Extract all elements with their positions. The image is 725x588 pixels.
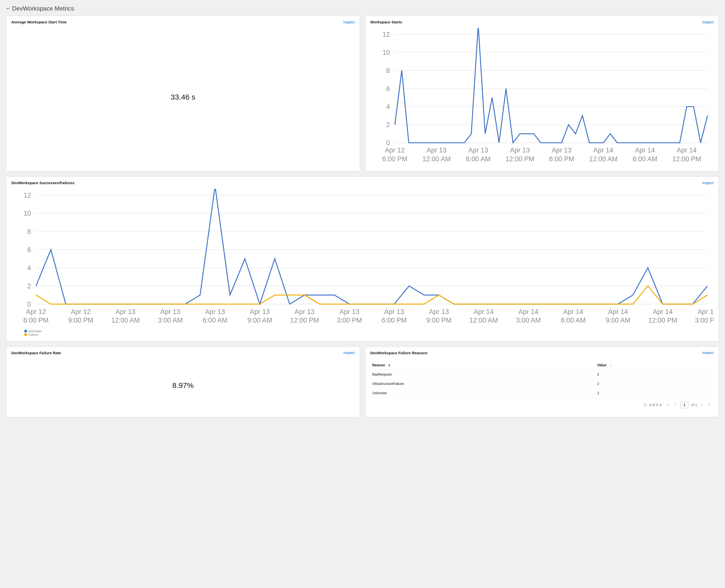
svg-text:3:00 PM: 3:00 PM [337,316,362,324]
cell-value: 2 [595,379,714,388]
svg-text:Apr 14: Apr 14 [653,308,673,316]
svg-text:3:00 PM: 3:00 PM [695,316,714,324]
svg-text:6:00 AM: 6:00 AM [632,155,657,163]
legend-item-successes[interactable]: Successes [24,330,714,333]
workspace-starts-chart[interactable]: 024681012Apr 126:00 PMApr 1312:00 AMApr … [370,28,714,166]
dashboard-row-2: DevWorkspace Successes/Failures Inspect … [6,176,719,341]
avg-start-time-value: 33.46 s [171,93,195,101]
cell-reason: InfrastructureFailure [370,379,595,388]
svg-text:Apr 14: Apr 14 [593,146,613,154]
svg-text:4: 4 [27,264,31,272]
svg-text:Apr 13: Apr 13 [250,308,269,316]
legend-swatch [24,333,27,336]
panel-successes-failures: DevWorkspace Successes/Failures Inspect … [6,176,719,341]
table-row[interactable]: InfrastructureFailure2 [370,379,714,388]
svg-text:9:00 PM: 9:00 PM [426,316,451,324]
pager-prev-button[interactable] [673,402,678,407]
legend-swatch [24,330,27,332]
svg-text:10: 10 [23,210,31,217]
inspect-link[interactable]: Inspect [343,351,355,355]
svg-text:Apr 13: Apr 13 [384,308,404,316]
svg-text:Apr 14: Apr 14 [519,308,539,316]
svg-text:9:00 AM: 9:00 AM [605,316,630,324]
pager-next-button[interactable] [700,402,704,407]
svg-text:3:00 AM: 3:00 AM [158,316,183,324]
panel-avg-start-time: Average Workspace Start Time Inspect 33.… [6,16,360,171]
section-title: DevWorkspace Metrics [12,5,74,12]
svg-text:Apr 13: Apr 13 [427,146,447,154]
table-pager: 1 - 3 of 3 of 1 [370,398,714,408]
column-header-label: Value [597,363,606,367]
svg-text:12:00 PM: 12:00 PM [290,316,319,324]
svg-text:12:00 PM: 12:00 PM [648,316,677,324]
svg-text:12:00 AM: 12:00 AM [422,155,450,163]
svg-text:2: 2 [386,121,390,129]
svg-text:6: 6 [386,85,390,92]
successes-failures-chart[interactable]: 024681012Apr 126:00 PMApr 129:00 PMApr 1… [11,189,714,328]
section-toggle[interactable]: DevWorkspace Metrics [6,5,719,12]
legend-label: Successes [28,330,42,333]
failure-reasons-table: Reason Value [370,360,714,398]
svg-text:10: 10 [382,49,390,56]
panel-title: DevWorkspace Failure Reasons [370,351,427,355]
svg-text:Apr 14: Apr 14 [563,308,583,316]
svg-text:Apr 12: Apr 12 [26,308,46,316]
dashboard-row-1: Average Workspace Start Time Inspect 33.… [6,16,719,171]
svg-text:6:00 AM: 6:00 AM [203,316,227,324]
svg-text:Apr 13: Apr 13 [160,308,180,316]
failure-rate-value: 8.97% [172,381,194,390]
dashboard-root: DevWorkspace Metrics Average Workspace S… [0,0,725,432]
svg-text:6:00 PM: 6:00 PM [549,155,574,163]
dashboard-row-3: DevWorkspace Failure Rate Inspect 8.97% … [6,346,719,417]
cell-reason: BadRequest [370,370,595,379]
pager-first-button[interactable] [666,402,671,407]
inspect-link[interactable]: Inspect [343,20,355,24]
panel-failure-rate: DevWorkspace Failure Rate Inspect 8.97% [6,346,360,417]
pager-range-dropdown[interactable]: 1 - 3 of 3 [644,403,661,407]
pager-total-pages: of 1 [691,403,697,407]
svg-text:4: 4 [386,103,390,111]
panel-title: DevWorkspace Successes/Failures [11,181,75,185]
svg-text:Apr 13: Apr 13 [429,308,449,316]
pager-last-button[interactable] [707,402,712,407]
svg-text:12: 12 [382,31,390,38]
svg-text:Apr 13: Apr 13 [510,146,530,154]
sort-ascending-icon [388,364,390,367]
svg-text:12: 12 [23,191,31,199]
svg-text:Apr 13: Apr 13 [205,308,225,316]
svg-text:9:00 AM: 9:00 AM [247,316,273,324]
table-row[interactable]: Unknown2 [370,388,714,398]
sort-none-icon [609,363,612,367]
svg-text:Apr 13: Apr 13 [116,308,136,316]
svg-text:8: 8 [27,228,31,235]
svg-text:Apr 13: Apr 13 [468,146,488,154]
svg-text:Apr 14: Apr 14 [474,308,494,316]
legend-label: Failures [28,333,38,336]
svg-text:6:00 AM: 6:00 AM [561,316,586,324]
svg-text:Apr 14: Apr 14 [608,308,628,316]
inspect-link[interactable]: Inspect [702,351,714,355]
svg-text:6:00 PM: 6:00 PM [382,316,407,324]
svg-text:6: 6 [27,246,31,254]
svg-text:0: 0 [27,300,31,308]
svg-rect-76 [389,365,389,366]
svg-text:6:00 PM: 6:00 PM [382,155,407,163]
svg-text:Apr 13: Apr 13 [551,146,571,154]
chevron-down-icon [6,7,9,10]
svg-text:6:00 AM: 6:00 AM [466,155,491,163]
panel-title: Workspace Starts [370,20,402,24]
column-header-reason[interactable]: Reason [370,360,595,370]
svg-text:0: 0 [386,139,390,147]
inspect-link[interactable]: Inspect [702,20,714,24]
pager-page-input[interactable] [680,401,689,408]
inspect-link[interactable]: Inspect [702,181,714,185]
svg-text:2: 2 [27,282,31,290]
svg-text:12:00 AM: 12:00 AM [589,155,618,163]
svg-text:9:00 PM: 9:00 PM [68,316,94,324]
table-row[interactable]: BadRequest2 [370,370,714,379]
panel-failure-reasons: DevWorkspace Failure Reasons Inspect Rea… [365,346,719,417]
svg-text:Apr 13: Apr 13 [339,308,359,316]
legend-item-failures[interactable]: Failures [24,333,714,336]
column-header-value[interactable]: Value [595,360,714,370]
svg-text:8: 8 [386,67,390,75]
